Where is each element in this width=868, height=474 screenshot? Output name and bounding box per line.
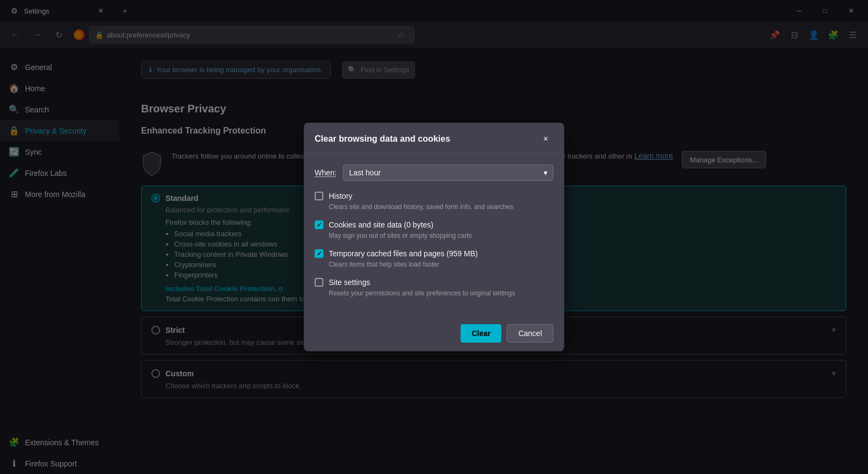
cancel-button[interactable]: Cancel <box>507 324 553 343</box>
cookies-checkbox[interactable] <box>315 220 323 229</box>
chevron-down-icon: ▾ <box>544 168 547 177</box>
history-label: History <box>329 192 353 200</box>
dialog-body: When: Last hour ▾ History Clears site an… <box>304 154 564 317</box>
cache-label: Temporary cached files and pages (959 MB… <box>329 249 478 258</box>
clear-data-dialog: Clear browsing data and cookies × When: … <box>304 123 564 351</box>
cookies-checkbox-row: Cookies and site data (0 bytes) <box>315 220 553 229</box>
site-settings-checkbox-row: Site settings <box>315 278 553 287</box>
history-desc: Clears site and download history, saved … <box>329 203 553 212</box>
cookies-desc: May sign you out of sites or empty shopp… <box>329 231 553 241</box>
cache-checkbox-item: Temporary cached files and pages (959 MB… <box>315 249 553 269</box>
dialog-footer: Clear Cancel <box>304 318 564 351</box>
when-select[interactable]: Last hour ▾ <box>343 165 553 181</box>
cookies-checkbox-item: Cookies and site data (0 bytes) May sign… <box>315 220 553 241</box>
when-label: When: <box>315 168 336 177</box>
cookies-label: Cookies and site data (0 bytes) <box>329 220 433 229</box>
dialog-close-button[interactable]: × <box>538 131 553 147</box>
history-checkbox-item: History Clears site and download history… <box>315 192 553 212</box>
when-value: Last hour <box>349 168 380 177</box>
dialog-overlay: Clear browsing data and cookies × When: … <box>0 0 868 474</box>
history-checkbox[interactable] <box>315 192 323 200</box>
clear-button[interactable]: Clear <box>461 324 501 343</box>
when-row: When: Last hour ▾ <box>315 165 553 181</box>
cache-desc: Clears items that help sites load faster <box>329 260 553 269</box>
site-settings-checkbox-item: Site settings Resets your permissions an… <box>315 278 553 298</box>
history-checkbox-row: History <box>315 192 553 200</box>
site-settings-label: Site settings <box>329 278 370 287</box>
dialog-title: Clear browsing data and cookies <box>315 134 450 144</box>
dialog-header: Clear browsing data and cookies × <box>304 123 564 154</box>
cache-checkbox[interactable] <box>315 249 323 258</box>
cache-checkbox-row: Temporary cached files and pages (959 MB… <box>315 249 553 258</box>
site-settings-desc: Resets your permissions and site prefere… <box>329 289 553 298</box>
site-settings-checkbox[interactable] <box>315 278 323 287</box>
